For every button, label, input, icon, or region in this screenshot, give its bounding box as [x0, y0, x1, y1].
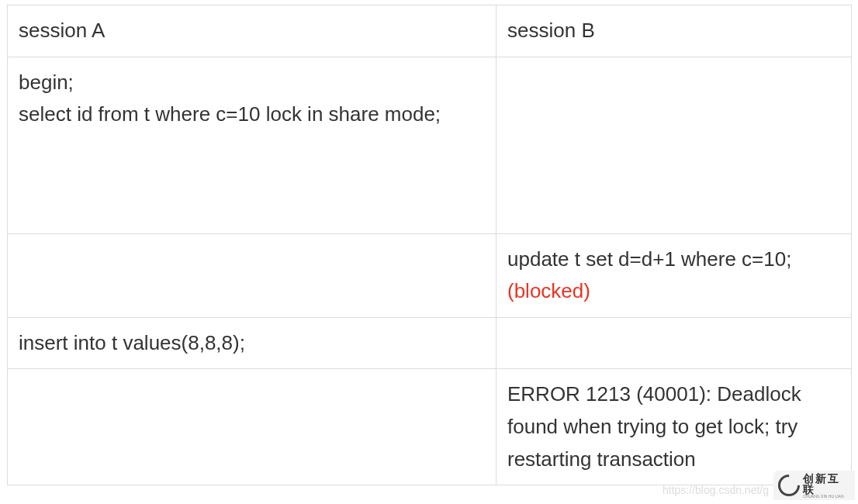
table-row: begin;select id from t where c=10 lock i… [8, 57, 852, 233]
session-table: session A session B begin;select id from… [7, 5, 852, 485]
logo-en-text: CHUANG XIN HU LIAN [803, 495, 850, 499]
cell-text-blocked: (blocked) [507, 275, 840, 308]
cell-text: select id from t where c=10 lock in shar… [19, 98, 485, 131]
logo-cn-text: 创新互联 [803, 473, 850, 495]
table-row: insert into t values(8,8,8); [8, 317, 852, 369]
cell-text: ERROR 1213 (40001): Deadlock found when … [507, 378, 840, 475]
cell-session-b [496, 57, 852, 233]
cell-session-b: ERROR 1213 (40001): Deadlock found when … [496, 369, 852, 485]
header-session-a: session A [8, 5, 496, 57]
logo-badge: 创新互联 CHUANG XIN HU LIAN [773, 471, 855, 500]
table-row: ERROR 1213 (40001): Deadlock found when … [8, 369, 852, 485]
cell-session-a: begin;select id from t where c=10 lock i… [8, 57, 496, 233]
cell-session-a: insert into t values(8,8,8); [8, 317, 496, 369]
cell-session-a [8, 233, 496, 317]
logo-text: 创新互联 CHUANG XIN HU LIAN [803, 473, 850, 499]
watermark-url: https://blog.csdn.net/g [663, 484, 769, 496]
cell-text: update t set d=d+1 where c=10; [507, 243, 840, 276]
table-row: update t set d=d+1 where c=10;(blocked) [8, 233, 852, 317]
cell-text: begin; [19, 67, 485, 99]
cell-session-b: update t set d=d+1 where c=10;(blocked) [496, 233, 852, 317]
cell-session-a [8, 369, 496, 485]
cell-text: insert into t values(8,8,8); [19, 327, 485, 360]
header-session-b: session B [496, 5, 852, 57]
cell-session-b [496, 317, 852, 369]
logo-icon [778, 475, 800, 496]
table-header-row: session A session B [8, 5, 852, 57]
